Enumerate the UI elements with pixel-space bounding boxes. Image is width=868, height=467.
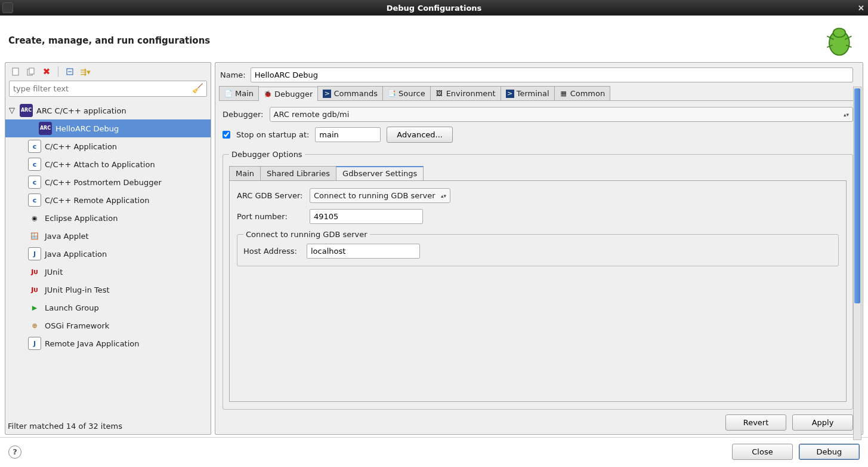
- remote-java-icon: J: [28, 337, 41, 350]
- applet-icon: 🪟: [28, 229, 41, 242]
- tree-item[interactable]: cC/C++ Application: [5, 137, 211, 155]
- debugger-value: ARC remote gdb/mi: [274, 110, 350, 119]
- scrollbar[interactable]: [853, 87, 861, 440]
- tree-item[interactable]: JUJUnit: [5, 263, 211, 281]
- clear-filter-icon[interactable]: 🧹: [192, 83, 203, 94]
- tree-root-arc[interactable]: ▽ ARC ARC C/C++ application: [5, 102, 211, 119]
- tab-label: Source: [399, 89, 425, 98]
- tab-environment[interactable]: 🖼Environment: [430, 86, 501, 100]
- gdbserver-settings-body: ARC GDB Server: Connect to running GDB s…: [229, 180, 847, 402]
- right-panel: Name: 📄Main 🐞Debugger >Commands 📑Source …: [215, 62, 863, 435]
- tree-item[interactable]: cC/C++ Postmortem Debugger: [5, 173, 211, 191]
- advanced-button[interactable]: Advanced...: [387, 127, 453, 143]
- header: Create, manage, and run configurations: [0, 16, 868, 62]
- tree-item[interactable]: JUJUnit Plug-in Test: [5, 281, 211, 299]
- launch-group-icon: ▶: [28, 301, 41, 314]
- name-row: Name:: [219, 66, 863, 86]
- stop-row: Stop on startup at: Advanced...: [223, 127, 853, 143]
- svg-rect-6: [13, 68, 18, 75]
- debugger-select[interactable]: ARC remote gdb/mi ▴▾: [270, 107, 854, 122]
- apply-button[interactable]: Apply: [792, 414, 853, 431]
- tab-commands[interactable]: >Commands: [317, 86, 383, 100]
- close-icon[interactable]: ✕: [858, 4, 864, 13]
- gdb-server-row: ARC GDB Server: Connect to running GDB s…: [237, 188, 839, 203]
- window-title: Debug Configurations: [387, 4, 482, 13]
- debug-config-window: Debug Configurations ✕ Create, manage, a…: [0, 0, 868, 467]
- tree-item[interactable]: cC/C++ Attach to Application: [5, 155, 211, 173]
- right-footer: Revert Apply: [219, 412, 863, 431]
- separator: [58, 66, 58, 77]
- tree-item-label: C/C++ Remote Application: [45, 196, 149, 205]
- sub-tab-main[interactable]: Main: [229, 166, 261, 181]
- filter-status: Filter matched 14 of 32 items: [5, 418, 211, 434]
- tab-label: Common: [570, 89, 606, 98]
- tab-common[interactable]: ▦Common: [554, 86, 611, 100]
- tree-item-label: JUnit: [45, 268, 63, 276]
- bug-small-icon: 🐞: [264, 90, 272, 99]
- svg-rect-8: [29, 68, 34, 74]
- tab-main[interactable]: 📄Main: [219, 86, 259, 100]
- tab-label: Main: [235, 89, 254, 98]
- tree-item-helloarc[interactable]: ARC HelloARC Debug: [5, 119, 211, 137]
- tree-item[interactable]: ◉Eclipse Application: [5, 209, 211, 227]
- eclipse-icon: ◉: [28, 211, 41, 225]
- tab-label: Debugger: [274, 90, 313, 99]
- tab-label: Commands: [333, 89, 378, 98]
- tree-item[interactable]: cC/C++ Remote Application: [5, 191, 211, 209]
- terminal-icon: >: [506, 90, 514, 98]
- duplicate-config-button[interactable]: [24, 65, 38, 78]
- new-config-button[interactable]: [9, 65, 22, 78]
- host-input[interactable]: [307, 244, 420, 259]
- delete-config-button[interactable]: ✖: [40, 65, 53, 78]
- tree-item[interactable]: ▶Launch Group: [5, 299, 211, 317]
- port-input[interactable]: [310, 209, 423, 224]
- debug-button[interactable]: Debug: [799, 444, 860, 460]
- collapse-all-button[interactable]: [63, 65, 76, 78]
- c-icon: c: [28, 140, 41, 153]
- arc-icon: ARC: [39, 122, 52, 135]
- filter-input[interactable]: [9, 81, 207, 97]
- stop-function-input[interactable]: [315, 127, 381, 142]
- tree-item-label: JUnit Plug-in Test: [45, 285, 110, 294]
- tab-source[interactable]: 📑Source: [382, 86, 431, 100]
- sub-tab-gdbserver[interactable]: Gdbserver Settings: [336, 166, 424, 181]
- file-icon: 📄: [224, 90, 233, 98]
- stop-label: Stop on startup at:: [236, 130, 309, 139]
- chevron-updown-icon: ▴▾: [844, 112, 849, 118]
- revert-button[interactable]: Revert: [725, 414, 786, 431]
- options-legend: Debugger Options: [229, 150, 305, 159]
- config-tree[interactable]: ▽ ARC ARC C/C++ application ARC HelloARC…: [5, 99, 211, 418]
- c-icon: c: [28, 158, 41, 171]
- tree-item[interactable]: JRemote Java Application: [5, 334, 211, 352]
- connect-group: Connect to running GDB server Host Addre…: [237, 230, 839, 266]
- sub-tabs: Main Shared Libraries Gdbserver Settings: [229, 166, 847, 181]
- connect-legend: Connect to running GDB server: [243, 230, 370, 239]
- c-icon: c: [28, 193, 41, 207]
- tree-item[interactable]: JJava Application: [5, 245, 211, 263]
- filter-button[interactable]: ⇶▾: [79, 65, 92, 78]
- tab-debugger[interactable]: 🐞Debugger: [258, 87, 318, 101]
- java-icon: J: [28, 247, 41, 260]
- tab-terminal[interactable]: >Terminal: [501, 86, 555, 100]
- app-icon: [2, 2, 13, 13]
- tree-root-label: ARC C/C++ application: [36, 106, 126, 115]
- tree-item-label: Java Applet: [45, 232, 89, 241]
- gdb-server-select[interactable]: Connect to running GDB server ▴▾: [310, 188, 450, 203]
- source-icon: 📑: [388, 90, 396, 98]
- scroll-thumb[interactable]: [854, 88, 860, 303]
- tree-item[interactable]: ⊕OSGi Framework: [5, 317, 211, 334]
- debugger-row: Debugger: ARC remote gdb/mi ▴▾: [223, 107, 853, 122]
- stop-on-startup-checkbox[interactable]: [223, 131, 230, 139]
- tree-item[interactable]: 🪟Java Applet: [5, 227, 211, 245]
- gdb-server-value: Connect to running GDB server: [314, 191, 435, 200]
- bug-icon: [820, 23, 856, 59]
- chevron-down-icon[interactable]: ▽: [9, 106, 16, 115]
- debugger-tab-body: Debugger: ARC remote gdb/mi ▴▾ Stop on s…: [219, 101, 863, 412]
- sub-tab-shared-libs[interactable]: Shared Libraries: [260, 166, 336, 181]
- osgi-icon: ⊕: [28, 319, 41, 332]
- help-icon[interactable]: ?: [8, 446, 21, 459]
- gdb-server-label: ARC GDB Server:: [237, 191, 304, 200]
- close-button[interactable]: Close: [732, 444, 793, 460]
- filter-wrap: 🧹: [5, 81, 211, 99]
- name-input[interactable]: [251, 67, 853, 82]
